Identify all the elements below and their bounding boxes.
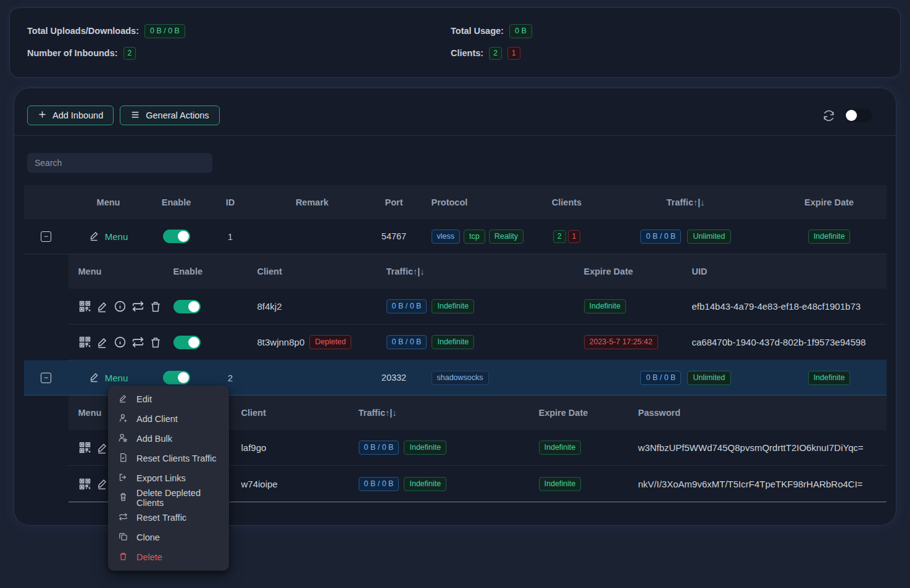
inbound-menu-button[interactable]: Menu [89,230,128,243]
stats-card: Total Uploads/Downloads: 0 B / 0 B Numbe… [9,7,901,78]
client-traffic-cell: 0 B / 0 B Indefinite [340,477,519,491]
client-password: w3NfbzUPf5WWd745Q8pvsmQrdrttT2IO6knuI7Di… [637,442,887,453]
context-menu-edit[interactable]: Edit [108,389,229,409]
info-icon[interactable] [114,336,127,349]
expire-cell: Indefinite [772,371,887,385]
qr-code-icon[interactable] [78,336,91,349]
stat-label: Number of Inbounds: [27,48,118,58]
client-expire-cell: Indefinite [525,299,686,313]
edit-icon[interactable] [96,336,109,349]
client-password: nkV/I/3XoAm9v6xMT/T5IcrF4TpeTKF98rHARbRo… [637,479,887,489]
sub-header-traffic[interactable]: Traffic↑|↓ [340,408,519,418]
client-expire-cell: Indefinite [519,477,637,491]
inbound-id: 1 [204,231,257,242]
sub-header-traffic[interactable]: Traffic↑|↓ [346,267,525,276]
stat-total-usage: Total Usage: 0 B [451,23,532,39]
repeat-icon [119,512,128,523]
client-enable-toggle[interactable] [173,300,201,313]
traffic-limit-badge: Indefinite [404,477,446,491]
menu-label: Menu [105,231,128,242]
menu-label: Menu [105,373,128,383]
reset-traffic-icon[interactable] [131,300,144,313]
stat-total-uploads-downloads: Total Uploads/Downloads: 0 B / 0 B [27,23,451,39]
menu-item-label: Clone [136,532,160,542]
client-name: w74ioipe [226,479,340,489]
toggle-knob [188,301,199,312]
sub-header-expire: Expire Date [519,408,637,418]
menu-item-label: Export Links [136,473,186,483]
enable-toggle[interactable] [163,371,190,384]
stat-label: Clients: [451,48,483,58]
client-actions [69,300,173,313]
client-uid: efb14b43-4a79-4e83-ef18-e48cf1901b73 [686,301,887,312]
file-reset-icon [119,453,128,464]
search-input[interactable] [27,153,212,173]
client-traffic-cell: 0 B / 0 B Indefinite [340,441,519,455]
context-menu-add-bulk[interactable]: Add Bulk [108,429,229,449]
edit-icon[interactable] [96,442,109,454]
context-menu-add-client[interactable]: Add Client [108,409,229,429]
context-menu-reset-clients-traffic[interactable]: Reset Clients Traffic [108,449,229,468]
header-expire-date: Expire Date [772,197,887,207]
stat-label: Total Uploads/Downloads: [27,26,139,36]
context-menu-reset-traffic[interactable]: Reset Traffic [108,508,229,528]
client-enable-toggle[interactable] [173,336,201,349]
context-menu-export-links[interactable]: Export Links [108,468,229,488]
context-menu-delete-depleted-clients[interactable]: Delete Depleted Clients [108,488,229,508]
add-inbound-label: Add Inbound [52,110,103,120]
traffic-badge: 0 B / 0 B [386,335,427,349]
inbound-1-clients-table: Menu Enable Client Traffic↑|↓ Expire Dat… [69,254,887,360]
edit-icon[interactable] [96,478,109,490]
context-menu-clone[interactable]: Clone [108,528,229,547]
toggle-knob [846,110,857,121]
protocol-tag: shadowsocks [432,371,489,385]
edit-icon[interactable] [96,300,109,313]
toggle-knob [178,372,189,383]
expire-badge: Indefinite [808,230,851,244]
menu-item-label: Reset Clients Traffic [136,453,216,463]
qr-code-icon[interactable] [78,441,91,454]
header-traffic[interactable]: Traffic↑|↓ [599,197,772,207]
sub-header-enable: Enable [173,267,235,276]
toggle-knob [188,337,199,348]
inbound-menu-button[interactable]: Menu [89,371,128,384]
traffic-badge: 0 B / 0 B [359,477,399,491]
stats-right-column: Total Usage: 0 B Clients: 2 1 [451,23,532,62]
collapse-icon[interactable] [41,231,51,242]
client-traffic-cell: 0 B / 0 B Indefinite [346,335,525,349]
reset-traffic-icon[interactable] [131,336,144,349]
qr-code-icon[interactable] [78,478,91,491]
users-icon [119,433,128,444]
client-name: laf9go [226,442,340,453]
add-inbound-button[interactable]: Add Inbound [27,106,114,125]
traffic-badge: 0 B / 0 B [640,371,681,385]
expire-badge: 2023-5-7 17:25:42 [584,335,658,349]
sub-header-expire: Expire Date [525,267,686,276]
info-icon[interactable] [114,300,127,313]
theme-toggle[interactable] [845,109,872,122]
inbound-context-menu: Edit Add Client Add Bulk Reset Clients T… [108,386,229,571]
qr-code-icon[interactable] [78,300,91,313]
trash-users-icon [119,492,128,503]
client-name: 8f4kj2 [235,301,346,312]
export-icon [119,473,128,484]
menu-item-label: Reset Traffic [136,513,186,523]
client-traffic-cell: 0 B / 0 B Indefinite [346,299,525,313]
clients-active-badge: 2 [489,47,502,60]
refresh-icon[interactable] [823,110,835,122]
sub-header-uid: UID [686,267,887,276]
delete-icon[interactable] [149,300,162,313]
general-actions-button[interactable]: General Actions [120,106,219,125]
toolbar: Add Inbound General Actions [14,88,896,136]
enable-toggle[interactable] [163,230,190,243]
table-header-row: Menu Enable ID Remark Port Protocol Clie… [24,185,887,219]
client-actions [69,336,173,349]
collapse-icon[interactable] [41,373,51,383]
delete-icon[interactable] [149,336,162,349]
context-menu-delete[interactable]: Delete [108,547,229,567]
header-id: ID [204,197,257,207]
depleted-badge: Depleted [309,335,351,349]
menu-item-label: Add Client [136,414,178,424]
traffic-limit-badge: Indefinite [432,299,474,313]
stat-label: Total Usage: [451,26,504,36]
